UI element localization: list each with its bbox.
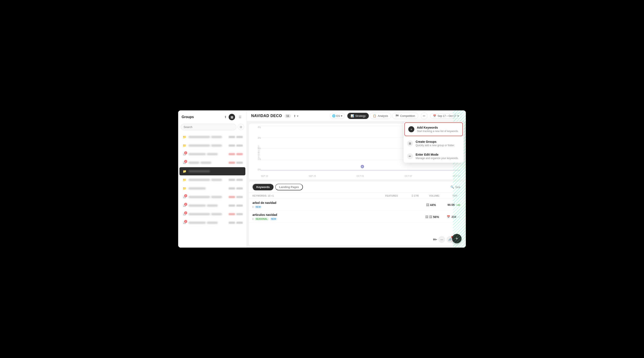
search-input[interactable] (181, 124, 236, 130)
row1-serp: 🖼 44% (426, 203, 443, 207)
upload-icon[interactable]: ⬆ (224, 115, 227, 119)
sidebar-item-2[interactable]: 📁 (180, 142, 245, 150)
item-stats-4 (228, 162, 243, 164)
blurred-label (188, 170, 210, 172)
header-yoy: YOY (450, 194, 460, 197)
add-keywords-icon: + (408, 126, 414, 132)
dropdown-create-groups[interactable]: ⊞ Create Groups Quickly add a new group … (404, 137, 464, 150)
y-label-3: 3% (258, 137, 261, 139)
keywords-section: Keywords Landing Pages 🔍 Sea KEYWORDS: 1… (249, 181, 464, 245)
stat1 (228, 179, 235, 181)
folder-icon-5-active: 📁 (182, 169, 187, 174)
date-range-picker[interactable]: 📅 Sep 17 – Oct 17 ▾ (430, 113, 462, 119)
blurred-label (188, 153, 206, 155)
sidebar-item-11[interactable]: 🗂 2 (180, 219, 245, 227)
yoy-value-1: +22 (456, 204, 460, 206)
blurred-label (188, 136, 210, 138)
sidebar-search-bar: ⊟ (178, 122, 247, 133)
blurred-label2 (207, 153, 218, 155)
stat2 (236, 187, 243, 189)
tab-strategy[interactable]: 📊 Strategy (347, 113, 369, 119)
blurred-label (188, 162, 199, 164)
dash-2: — (458, 215, 460, 218)
blurred-label (188, 204, 206, 207)
item-stats-10 (228, 213, 243, 215)
stat1 (228, 136, 235, 138)
blurred-label2 (207, 222, 218, 224)
item-content-6 (188, 179, 227, 181)
x-label-oct13: OCT 13 (453, 175, 460, 177)
calendar-icon: 📅 (433, 115, 436, 118)
badge-8: 3 (184, 194, 187, 197)
blurred-label (188, 187, 206, 189)
keyword-tags-2: ℹ SEASONAL NEW (252, 217, 300, 221)
tag-new-2: NEW (270, 217, 277, 221)
keyword-name-1[interactable]: arbol de navidad (252, 201, 300, 204)
volume-cell-2: 📅 210 — (447, 215, 460, 218)
stat2 (236, 145, 243, 147)
stat1 (228, 196, 235, 198)
volume-value-2: 210 (452, 215, 456, 218)
stat2 (236, 153, 243, 155)
badge-9: 2 (184, 203, 187, 206)
language-selector[interactable]: 🌐 ES ▾ (330, 113, 345, 119)
sidebar-view-toggle: ⬆ ▦ ☰ (224, 114, 243, 120)
corner-value: 99+ (433, 238, 437, 241)
tab-landing-pages[interactable]: Landing Pages (275, 184, 303, 190)
share-button[interactable]: ⬆ ▾ (294, 114, 298, 118)
sidebar-item-6[interactable]: 📁 (180, 176, 245, 184)
grid-line-0 (261, 171, 460, 171)
sidebar-item-3[interactable]: 🗂 5 (180, 150, 245, 158)
list-view-button[interactable]: ☰ (237, 114, 243, 120)
filter-button[interactable]: ⊟ (238, 124, 244, 130)
stacked-folder-icon-11: 🗂 2 (182, 220, 187, 225)
sidebar-item-7[interactable]: 📁 (180, 184, 245, 192)
tab-keywords[interactable]: Keywords (252, 184, 274, 190)
grid-view-button[interactable]: ▦ (228, 114, 235, 120)
edit-button[interactable]: ✏ (421, 113, 428, 119)
dropdown-menu: + Add Keywords Start tracking a new list… (404, 122, 464, 163)
sidebar: Groups ⬆ ▦ ☰ ⊟ 📁 (178, 110, 247, 248)
create-groups-subtitle: Quickly add a new group or folder. (416, 144, 455, 147)
dropdown-edit-mode[interactable]: ✏ Enter Edit Mode Manage and organize yo… (404, 150, 464, 163)
stat2 (236, 222, 243, 224)
blurred-label (188, 213, 210, 215)
stat2 (236, 162, 243, 164)
sidebar-item-10[interactable]: 🗂 3 (180, 210, 245, 218)
sidebar-item-5-active[interactable]: 📁 (180, 167, 245, 175)
item-content-11 (188, 222, 227, 224)
minus-button[interactable]: — (438, 236, 445, 243)
keyword-count-badge: 11 (285, 114, 291, 118)
keywords-tabs-bar: Keywords Landing Pages 🔍 Sea (249, 181, 464, 193)
stat2 (236, 136, 243, 138)
blurred-label2 (211, 145, 222, 147)
sidebar-item-4[interactable]: 🗂 3 (180, 159, 245, 167)
y-axis-label: VISIBILITY (258, 145, 260, 158)
info-icon-2: ℹ (252, 217, 254, 221)
keyword-name-2[interactable]: articulos navidad (252, 213, 300, 216)
globe-icon: 🌐 (332, 114, 336, 118)
item-stats-11 (228, 222, 243, 224)
sidebar-item-1[interactable]: 📁 (180, 133, 245, 141)
nav-tabs: 📊 Strategy 📋 Analysis 🏁 Competition (347, 113, 418, 119)
search-icon: 🔍 (450, 185, 454, 189)
y-label-1: 1% (258, 158, 261, 160)
item-stats-2 (228, 145, 243, 147)
add-keywords-text: Add Keywords Start tracking a new list o… (417, 126, 459, 133)
item-content-10 (188, 213, 227, 215)
tab-competition[interactable]: 🏁 Competition (392, 113, 418, 119)
y-label-0: 0% (258, 168, 261, 171)
fab-button[interactable]: + (452, 234, 462, 243)
header-search-section: VOLUME: YOY (426, 194, 460, 197)
analysis-icon: 📋 (373, 114, 376, 118)
folder-icon-2: 📁 (182, 143, 187, 148)
item-content (188, 136, 227, 138)
stat1 (228, 153, 235, 155)
stat2 (236, 213, 243, 215)
keywords-search-button[interactable]: 🔍 Sea (450, 185, 460, 189)
tab-analysis[interactable]: 📋 Analysis (370, 113, 391, 119)
sidebar-item-8[interactable]: 🗂 3 (180, 193, 245, 201)
sidebar-item-9[interactable]: 🗂 2 (180, 201, 245, 210)
dropdown-add-keywords[interactable]: + Add Keywords Start tracking a new list… (404, 122, 463, 136)
blurred-label2 (211, 196, 222, 198)
